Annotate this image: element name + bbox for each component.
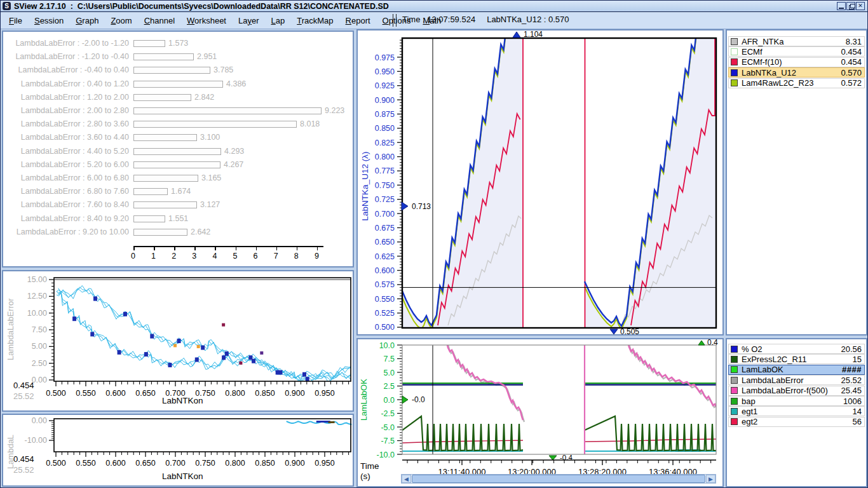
histogram-bar [133,40,165,47]
scatter-x-tick-label: 0.650 [135,389,155,398]
time-scrollbar[interactable]: ◀▶ [401,474,716,484]
strip-cursor-y-value: 25.52 [13,465,34,475]
channel-list-top: AFR_NTKa8.31ECMf0.454ECMf-f(10)0.454LabN… [726,29,867,336]
min-marker-icon [610,329,618,334]
menu-item-channel[interactable]: Channel [140,16,179,25]
histogram-bar [133,67,210,74]
strip-y-tick-label: 0.00 [32,416,47,425]
histogram-row-label: LambdaLabError : -1.20 to -0.40 [3,52,129,61]
channel-row-afr-ntka[interactable]: AFR_NTKa8.31 [728,36,865,46]
histogram-bar-value: 9.223 [325,106,344,115]
histogram-x-tick-label: 0 [131,252,135,261]
channel-color-swatch [731,387,738,394]
channel-row-lamlabok[interactable]: LamLabOK#### [728,365,865,375]
histogram-bar-value: 2.951 [197,52,217,61]
histogram-bar [133,53,194,60]
scroll-right-arrow[interactable]: ▶ [706,475,715,483]
menu-item-file[interactable]: File [5,16,26,25]
channel-row-ecmf[interactable]: ECMf0.454 [728,46,865,57]
restore-button[interactable] [846,2,855,10]
channel-row-bap[interactable]: bap1006 [728,396,865,406]
menu-item-zoom[interactable]: Zoom [107,16,135,25]
strip-x-tick-label: 0.850 [255,459,275,468]
status-channel-value: LabNTKa_U12 : 0.570 [487,15,569,24]
channel-color-swatch [731,38,738,45]
main-y-label: LabNTKa_U12 (λ) [360,152,370,221]
histogram-bar-value: 2.642 [191,227,210,236]
channel-color-swatch [731,377,738,384]
scroll-thumb[interactable] [412,475,705,483]
histogram-row-label: LambdaLabError : -2.00 to -1.20 [3,39,129,48]
strip-panel[interactable]: 0.00-10.000.5000.5500.6000.6500.7000.750… [2,414,354,487]
channel-row-egt2[interactable]: egt256 [728,417,865,427]
scatter-panel[interactable]: 15.0012.5010.007.505.002.500.000.5000.55… [2,270,354,412]
channel-name: ECMf-f(10) [742,57,841,67]
menu-separator [393,14,397,27]
histogram-x-tick [194,246,196,250]
histogram-bar-value: 4.267 [224,160,243,169]
histogram-row-label: LambdaLabError : 7.60 to 8.40 [3,200,129,209]
scroll-left-arrow[interactable]: ◀ [402,475,411,483]
main-marker-top-value: 1.104 [524,30,543,39]
histogram-row-label: LambdaLabError : 3.60 to 4.40 [3,133,129,142]
main-plot-svg[interactable]: LabNTKa_U12 (λ)0.9750.9500.9250.9000.875… [358,30,722,334]
time-plot-svg[interactable]: LamLabOK10.07.55.02.50.0-2.5-5.0-7.5-10.… [358,339,722,486]
menu-item-lap[interactable]: Lap [268,16,289,25]
strip-x-tick-label: 0.600 [105,459,125,468]
main-y-tick-label: 0.925 [375,81,395,90]
histogram-bar-value: 3.785 [214,65,233,74]
channel-color-swatch [731,346,738,353]
channel-row-egt1[interactable]: egt114 [728,406,865,416]
histogram-bar [133,94,191,101]
menu-item-worksheet[interactable]: Worksheet [183,16,230,25]
scatter-plot-svg[interactable]: 15.0012.5010.007.505.002.500.000.5000.55… [3,271,353,410]
histogram-row-label: LambdaLabError : 2.00 to 2.80 [3,106,129,115]
histogram-bar-value: 3.165 [201,173,221,182]
histogram-x-axis [133,246,323,247]
histogram-bar [133,148,221,155]
main-plot-panel[interactable]: LabNTKa_U12 (λ)0.9750.9500.9250.9000.875… [356,29,724,336]
channel-value: 20.56 [841,344,862,354]
channel-row-ecmf-f-10-[interactable]: ECMf-f(10)0.454 [728,57,865,67]
strip-x-axis-label: LabNTKon [162,471,203,481]
main-y-tick-label: 0.950 [375,67,395,76]
menu-item-session[interactable]: Session [31,16,67,25]
channel-row--o2[interactable]: % O220.56 [728,344,865,354]
main-y-tick-label: 0.850 [375,124,395,133]
time-y-tick-label: 2.5 [384,382,395,391]
histogram-bar [133,175,198,182]
channel-name: bap [742,396,843,406]
strip-x-tick-label: 0.950 [315,459,334,468]
histogram-x-tick-label: 3 [192,252,196,261]
menu-item-report[interactable]: Report [342,16,374,25]
scatter-x-tick-label: 0.550 [76,389,95,398]
time-y-tick-label: -2.5 [381,409,395,418]
channel-row-lambdalaberror[interactable]: LambdaLabError25.52 [728,375,865,385]
status-line: Time : 13:07:59.524 LabNTKa_U12 : 0.570 [402,15,569,24]
time-plot-panel[interactable]: LamLabOK10.07.55.02.50.0-2.5-5.0-7.5-10.… [356,338,724,487]
time-min-marker-icon [549,456,557,460]
channel-row-lam4rawl2c-r23[interactable]: Lam4RawL2C_R230.572 [728,78,865,88]
time-axis-label: Time [360,461,379,471]
scatter-x-tick-label: 0.800 [225,389,245,398]
histogram-x-tick-label: 4 [212,252,217,261]
channel-value: 8.31 [846,37,862,46]
histogram-bar-value: 1.551 [168,214,188,223]
channel-row-labntka-u12[interactable]: LabNTKa_U120.570 [728,67,865,78]
channel-value: 56 [853,417,862,426]
time-cursor-value-marker [402,396,408,403]
close-button[interactable]: ✕ [856,2,865,10]
menu-item-graph[interactable]: Graph [72,16,102,25]
histogram-bar-value: 3.127 [200,200,220,209]
histogram-panel[interactable]: LambdaLabError : -2.00 to -1.201.573Lamb… [2,30,354,268]
close-icon: ✕ [858,3,863,9]
menu-item-trackmap[interactable]: TrackMap [293,16,337,25]
histogram-x-tick-label: 9 [315,252,319,261]
minimize-button[interactable] [837,2,846,10]
time-max-marker-icon [698,341,705,345]
time-y-tick-label: 5.0 [384,369,395,377]
histogram-row-label: LambdaLabError : 6.80 to 7.60 [3,187,129,196]
channel-row-expressl2c-r11[interactable]: ExPressL2C_R1115 [728,354,865,364]
channel-row-lambdalaberror-f-500-[interactable]: LambdaLabError-f(500)25.45 [728,386,865,396]
menu-item-layer[interactable]: Layer [234,16,263,25]
